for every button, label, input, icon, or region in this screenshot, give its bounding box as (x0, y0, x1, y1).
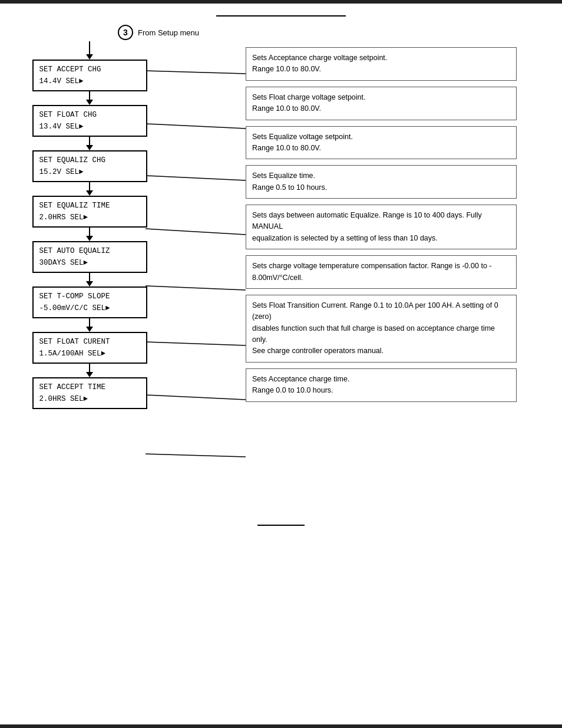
box-auto-equaliz: SET AUTO EQUALIZ 30DAYS SEL► (32, 241, 147, 273)
box-float-curent: SET FLOAT CURENT 1.5A/100AH SEL► (32, 332, 147, 364)
box-equaliz-chg: SET EQUALIZ CHG 15.2V SEL► (32, 150, 147, 182)
box-accept-time: SET ACCEPT TIME 2.0HRS SEL► (32, 377, 147, 409)
annotation-t-comp-slope: Sets charge voltage temperature compensa… (246, 255, 517, 289)
box-equaliz-time: SET EQUALIZ TIME 2.0HRS SEL► (32, 196, 147, 228)
annotation-equaliz-time: Sets Equalize time. Range 0.5 to 10 hour… (246, 165, 517, 199)
box-accept-chg: SET ACCEPT CHG 14.4V SEL► (32, 60, 147, 91)
bottom-border (0, 724, 562, 728)
arrow-line-top (89, 41, 90, 54)
box-t-comp-slope: SET T-COMP SLOPE -5.00mV/C/C SEL► (32, 286, 147, 318)
annotation-equaliz-chg: Sets Equalize voltage setpoint. Range 10… (246, 126, 517, 160)
annotation-accept-chg: Sets Acceptance charge voltage setpoint.… (246, 47, 517, 81)
flow-column: SET ACCEPT CHG 14.4V SEL► SET FLOAT CHG … (28, 41, 151, 409)
annotation-auto-equaliz: Sets days between automatic Equalize. Ra… (246, 205, 517, 249)
from-setup-label: From Setup menu (138, 28, 199, 37)
step-circle: 3 (118, 25, 133, 40)
header-decoration-line (216, 15, 346, 17)
footer-line (257, 525, 305, 526)
from-setup-row: 3 From Setup menu (118, 25, 544, 40)
annotations-column: Sets Acceptance charge voltage setpoint.… (246, 47, 517, 402)
annotation-accept-time: Sets Acceptance charge time. Range 0.0 t… (246, 368, 517, 402)
annotation-float-curent: Sets Float Transition Current. Range 0.1… (246, 295, 517, 363)
annotation-float-chg: Sets Float charge voltage setpoint. Rang… (246, 87, 517, 120)
page-body: 3 From Setup menu (0, 4, 562, 561)
arrowhead-0 (86, 54, 93, 60)
box-float-chg: SET FLOAT CHG 13.4V SEL► (32, 105, 147, 137)
